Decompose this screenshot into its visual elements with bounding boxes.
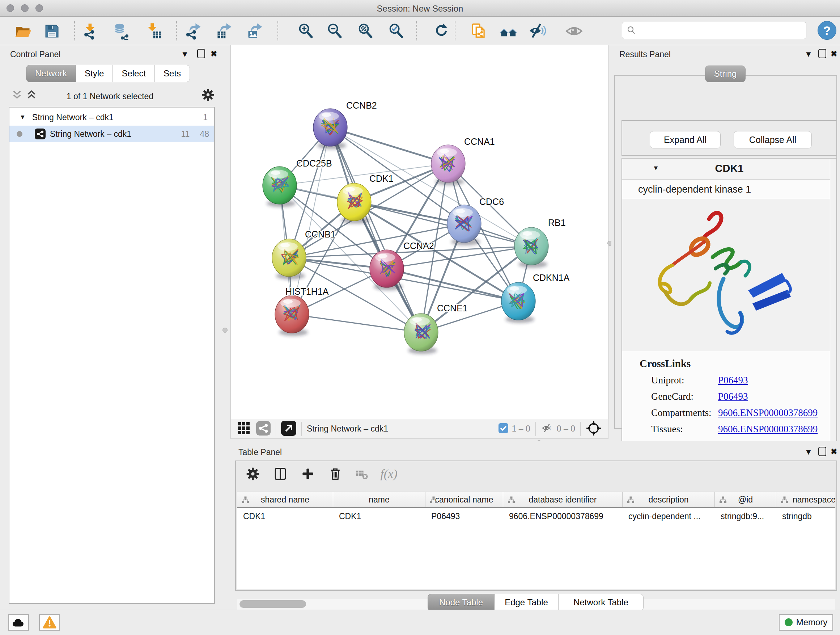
show-columns-button[interactable] bbox=[272, 466, 289, 482]
tab-string[interactable]: String bbox=[705, 65, 745, 82]
hidden-indicator bbox=[541, 423, 554, 435]
tab-sets[interactable]: Sets bbox=[155, 65, 190, 82]
tab-network-table[interactable]: Network Table bbox=[559, 594, 644, 611]
column-header-canonical-name[interactable]: canonical name bbox=[425, 492, 503, 507]
selected-checkbox[interactable] bbox=[499, 423, 508, 434]
close-panel-button[interactable]: ✖ bbox=[831, 50, 837, 58]
main-toolbar: ? bbox=[0, 17, 840, 45]
apply-layout-button[interactable] bbox=[429, 19, 452, 43]
column-header-label: database identifier bbox=[529, 495, 597, 505]
network-canvas[interactable]: CCNB2CCNA1CDC25BCDK1CDC6RB1CCNB1CCNA2CDK… bbox=[231, 45, 608, 419]
crosslink-value-link[interactable]: P06493 bbox=[718, 391, 748, 402]
memory-button[interactable]: Memory bbox=[779, 614, 833, 631]
sitemap-icon bbox=[627, 496, 635, 503]
tab-edge-table[interactable]: Edge Table bbox=[494, 594, 559, 611]
zoom-out-icon bbox=[326, 22, 343, 40]
export-table-button[interactable] bbox=[213, 19, 236, 43]
close-panel-button[interactable]: ✖ bbox=[831, 448, 837, 456]
duplicate-network-button[interactable] bbox=[468, 19, 491, 43]
create-column-button[interactable] bbox=[300, 466, 316, 482]
grid-mode-button[interactable] bbox=[237, 421, 251, 437]
table-cell[interactable]: cyclin-dependent ... bbox=[622, 508, 715, 524]
export-network-button[interactable] bbox=[182, 19, 205, 43]
table-cell[interactable]: CDK1 bbox=[333, 508, 425, 524]
column-header-name[interactable]: name bbox=[333, 492, 425, 507]
delete-table-button[interactable] bbox=[354, 466, 370, 482]
help-button[interactable]: ? bbox=[818, 21, 836, 40]
warnings-button[interactable] bbox=[39, 614, 60, 631]
zoom-out-button[interactable] bbox=[323, 19, 346, 43]
column-header--id[interactable]: @id bbox=[715, 492, 776, 507]
column-header-shared-name[interactable]: shared name bbox=[237, 492, 333, 507]
tab-node-table[interactable]: Node Table bbox=[428, 594, 494, 611]
float-panel-button[interactable]: ▼ bbox=[805, 50, 813, 58]
network-collection-row[interactable]: ▼ String Network – cdk1 1 bbox=[9, 109, 214, 126]
import-table-button[interactable] bbox=[142, 19, 165, 43]
table-cell[interactable]: stringdb:9... bbox=[715, 508, 776, 524]
hide-selected-button[interactable] bbox=[526, 19, 549, 43]
network-node-HIST1H1A[interactable] bbox=[275, 295, 309, 336]
table-cell[interactable]: stringdb bbox=[776, 508, 835, 524]
table-cell[interactable]: CDK1 bbox=[237, 508, 333, 524]
results-scrollbar[interactable] bbox=[830, 158, 836, 453]
first-neighbors-button[interactable] bbox=[497, 19, 520, 43]
network-node-label: CCNB2 bbox=[346, 100, 377, 111]
tab-select[interactable]: Select bbox=[113, 65, 155, 82]
float-panel-button[interactable]: ▼ bbox=[181, 50, 189, 58]
search-input[interactable] bbox=[639, 24, 802, 37]
function-builder-button[interactable]: f(x) bbox=[381, 466, 397, 482]
zoom-fit-button[interactable] bbox=[354, 19, 377, 43]
maximize-panel-button[interactable] bbox=[818, 447, 826, 456]
network-node-CCNE1[interactable] bbox=[404, 314, 438, 354]
maximize-panel-button[interactable] bbox=[197, 49, 205, 58]
scrollbar-thumb[interactable] bbox=[240, 600, 306, 608]
network-node-CCNB2[interactable] bbox=[313, 109, 347, 149]
network-node-CDKN1A[interactable] bbox=[501, 282, 535, 323]
import-network-database-button[interactable] bbox=[111, 19, 134, 43]
network-node-CDC6[interactable] bbox=[447, 205, 481, 245]
table-cell[interactable]: P06493 bbox=[425, 508, 503, 524]
view-title: String Network – cdk1 bbox=[307, 424, 388, 434]
network-node-CDC25B[interactable] bbox=[263, 166, 297, 207]
cloud-status-button[interactable] bbox=[8, 614, 29, 631]
show-all-button[interactable] bbox=[562, 19, 586, 43]
crosslink-value-link[interactable]: 9606.ENSP00000378699 bbox=[718, 424, 818, 435]
network-node-CDK1[interactable] bbox=[337, 183, 371, 224]
tab-style[interactable]: Style bbox=[76, 65, 113, 82]
column-header-description[interactable]: description bbox=[622, 492, 715, 507]
open-session-button[interactable] bbox=[11, 19, 34, 43]
tab-network[interactable]: Network bbox=[26, 65, 76, 82]
collapse-all-button[interactable]: Collapse All bbox=[734, 131, 812, 149]
delete-column-button[interactable] bbox=[327, 466, 344, 482]
expand-all-button[interactable]: Expand All bbox=[650, 131, 721, 149]
network-node-RB1[interactable] bbox=[515, 227, 548, 268]
network-row[interactable]: String Network – cdk1 11 48 bbox=[9, 126, 214, 142]
crosslink-value-link[interactable]: 9606.ENSP00000378699 bbox=[718, 407, 818, 418]
detach-view-button[interactable] bbox=[281, 421, 296, 437]
crosslink-label: GeneCard: bbox=[651, 391, 718, 402]
collapse-triangle-icon[interactable]: ▼ bbox=[19, 114, 26, 121]
column-header-namespace[interactable]: namespace bbox=[776, 492, 835, 507]
network-options-button[interactable] bbox=[201, 88, 215, 103]
network-view-button[interactable] bbox=[256, 421, 271, 437]
export-image-button[interactable] bbox=[243, 19, 267, 43]
network-node-CCNA1[interactable] bbox=[431, 145, 465, 185]
network-graph[interactable]: CCNB2CCNA1CDC25BCDK1CDC6RB1CCNB1CCNA2CDK… bbox=[231, 45, 608, 418]
maximize-panel-button[interactable] bbox=[818, 49, 826, 58]
table-row[interactable]: CDK1CDK1P064939606.ENSP00000378699cyclin… bbox=[237, 508, 835, 524]
table-options-button[interactable] bbox=[245, 466, 261, 482]
crosslink-label: Tissues: bbox=[651, 424, 718, 435]
float-panel-button[interactable]: ▼ bbox=[805, 448, 813, 456]
table-cell[interactable]: 9606.ENSP00000378699 bbox=[503, 508, 622, 524]
save-session-button[interactable] bbox=[40, 19, 63, 43]
gene-header-row[interactable]: ▼ CDK1 bbox=[622, 158, 836, 180]
zoom-in-button[interactable] bbox=[294, 19, 317, 43]
left-splitter-grip[interactable] bbox=[223, 328, 227, 333]
zoom-selected-button[interactable] bbox=[385, 19, 408, 43]
close-panel-button[interactable]: ✖ bbox=[210, 50, 217, 58]
birdseye-view-button[interactable] bbox=[586, 420, 602, 438]
import-network-file-button[interactable] bbox=[79, 19, 102, 43]
crosslink-value-link[interactable]: P06493 bbox=[718, 375, 748, 386]
network-node-CCNB1[interactable] bbox=[272, 239, 306, 279]
column-header-database-identifier[interactable]: database identifier bbox=[503, 492, 622, 507]
